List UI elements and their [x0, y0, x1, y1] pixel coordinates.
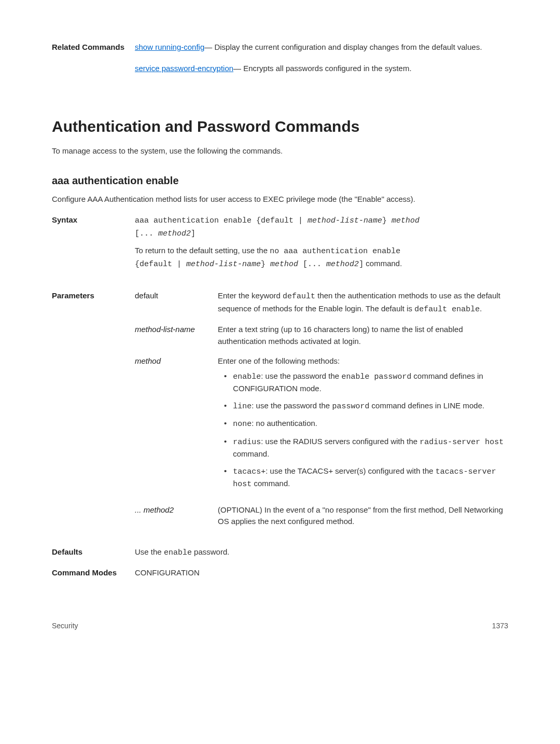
syntax-part: method-list-name — [307, 216, 382, 225]
defaults-text: Use the — [135, 547, 164, 556]
bullet-dot-icon: • — [224, 370, 227, 395]
method-intro: Enter one of the following methods: — [218, 356, 340, 365]
related-row-2: service password-encryption— Encrypts al… — [135, 63, 508, 75]
bullet-text: none: no authentication. — [233, 418, 508, 431]
subsection-intro: Configure AAA Authentication method list… — [52, 194, 508, 205]
related-row-1-text: — Display the current configuration and … — [204, 43, 482, 51]
param-row-mlname: method-list-name Enter a text string (up… — [135, 324, 508, 347]
syntax-return-part: [... — [298, 260, 326, 269]
param-default-code: default — [283, 292, 315, 301]
defaults-value: Use the enable password. — [135, 546, 508, 559]
bullet-code: tacacs+ — [233, 467, 265, 476]
bullet-code: password — [332, 402, 369, 411]
param-default-text: . — [480, 304, 482, 313]
bullet-plain: command defines in LINE mode. — [369, 401, 484, 410]
bullet-code: line — [233, 402, 251, 411]
syntax-return-code: no aaa authentication enable — [270, 247, 400, 256]
command-modes-value: CONFIGURATION — [135, 567, 508, 579]
syntax-label: Syntax — [52, 214, 135, 275]
bullet-code: radius-server host — [419, 438, 503, 447]
syntax-return-part: method-list-name — [186, 260, 261, 269]
parameters-label: Parameters — [52, 290, 135, 536]
syntax-part: ] — [191, 229, 195, 238]
param-name-mlname: method-list-name — [135, 324, 218, 347]
bullet-code: none — [233, 420, 251, 429]
param-default-text: Enter the keyword — [218, 291, 283, 300]
bullet-plain: command. — [251, 479, 290, 488]
defaults-text: password. — [192, 547, 230, 556]
bullet-plain: : use the TACACS+ server(s) configured w… — [265, 466, 436, 475]
defaults-block: Defaults Use the enable password. — [52, 546, 508, 559]
bullet-none: • none: no authentication. — [218, 418, 508, 431]
syntax-part: method — [391, 216, 419, 225]
bullet-code: enable password — [341, 373, 411, 381]
syntax-return-part: {default | — [135, 260, 186, 269]
param-row-method: method Enter one of the following method… — [135, 355, 508, 496]
syntax-content: aaa authentication enable {default | met… — [135, 214, 508, 275]
param-desc-default: Enter the keyword default then the authe… — [218, 290, 508, 315]
bullet-dot-icon: • — [224, 465, 227, 491]
syntax-part: } — [382, 216, 391, 225]
related-row-1: show running-config— Display the current… — [135, 42, 508, 53]
syntax-return-part: method2 — [326, 260, 359, 269]
parameters-block: Parameters default Enter the keyword def… — [52, 290, 508, 536]
defaults-code: enable — [164, 548, 192, 557]
bullet-text: line: use the password the password comm… — [233, 400, 508, 413]
command-modes-label: Command Modes — [52, 567, 135, 579]
defaults-label: Defaults — [52, 546, 135, 559]
footer-section: Security — [52, 621, 78, 631]
syntax-return-part: ] — [359, 260, 363, 269]
related-commands-desc: show running-config— Display the current… — [135, 42, 508, 84]
param-row-method2: ... method2 (OPTIONAL) In the event of a… — [135, 504, 508, 528]
bullet-plain: : no authentication. — [251, 419, 317, 428]
param-default-code: default enable — [414, 305, 480, 314]
section-title: Authentication and Password Commands — [52, 115, 508, 138]
syntax-part: aaa authentication enable {default | — [135, 216, 307, 225]
bullet-line: • line: use the password the password co… — [218, 400, 508, 413]
syntax-return: To return to the default setting, use th… — [135, 245, 508, 270]
syntax-return-part: command. — [363, 259, 402, 268]
bullet-radius: • radius: use the RADIUS servers configu… — [218, 436, 508, 460]
param-desc-method: Enter one of the following methods: • en… — [218, 355, 508, 496]
bullet-dot-icon: • — [224, 400, 227, 413]
syntax-return-part: } — [261, 260, 270, 269]
bullet-code: enable — [233, 373, 261, 381]
param-name-method2: ... method2 — [135, 504, 218, 528]
section-intro: To manage access to the system, use the … — [52, 145, 508, 157]
parameters-table: default Enter the keyword default then t… — [135, 290, 508, 536]
syntax-command: aaa authentication enable {default | met… — [135, 214, 508, 240]
bullet-text: enable: use the password the enable pass… — [233, 370, 508, 395]
syntax-part: [... — [135, 229, 158, 238]
footer-page-number: 1373 — [492, 621, 508, 631]
param-desc-mlname: Enter a text string (up to 16 characters… — [218, 324, 508, 347]
bullet-plain: command. — [233, 449, 269, 458]
show-running-config-link[interactable]: show running-config — [135, 43, 204, 51]
syntax-part: method2 — [158, 229, 191, 238]
bullet-dot-icon: • — [224, 436, 227, 460]
bullet-text: radius: use the RADIUS servers configure… — [233, 436, 508, 460]
bullet-dot-icon: • — [224, 418, 227, 431]
param-name-method: method — [135, 355, 218, 496]
bullet-plain: : use the RADIUS servers configured with… — [261, 437, 419, 446]
bullet-enable: • enable: use the password the enable pa… — [218, 370, 508, 395]
param-name-default: default — [135, 290, 218, 315]
service-password-encryption-link[interactable]: service password-encryption — [135, 64, 233, 73]
syntax-return-text: To return to the default setting, use th… — [135, 246, 270, 255]
related-commands-label: Related Commands — [52, 42, 135, 84]
syntax-block: Syntax aaa authentication enable {defaul… — [52, 214, 508, 275]
bullet-plain: : use the password the — [261, 371, 341, 380]
related-commands-block: Related Commands show running-config— Di… — [52, 42, 508, 84]
bullet-plain: : use the password the — [251, 401, 332, 410]
method-bullet-list: • enable: use the password the enable pa… — [218, 370, 508, 491]
related-row-2-text: — Encrypts all passwords configured in t… — [233, 64, 411, 73]
bullet-tacacs: • tacacs+: use the TACACS+ server(s) con… — [218, 465, 508, 491]
bullet-text: tacacs+: use the TACACS+ server(s) confi… — [233, 465, 508, 491]
command-modes-block: Command Modes CONFIGURATION — [52, 567, 508, 579]
param-desc-method2: (OPTIONAL) In the event of a "no respons… — [218, 504, 508, 528]
page-footer: Security 1373 — [52, 621, 508, 631]
subsection-title: aaa authentication enable — [52, 173, 508, 188]
bullet-code: radius — [233, 438, 261, 447]
param-row-default: default Enter the keyword default then t… — [135, 290, 508, 315]
syntax-return-part: method — [270, 260, 298, 269]
